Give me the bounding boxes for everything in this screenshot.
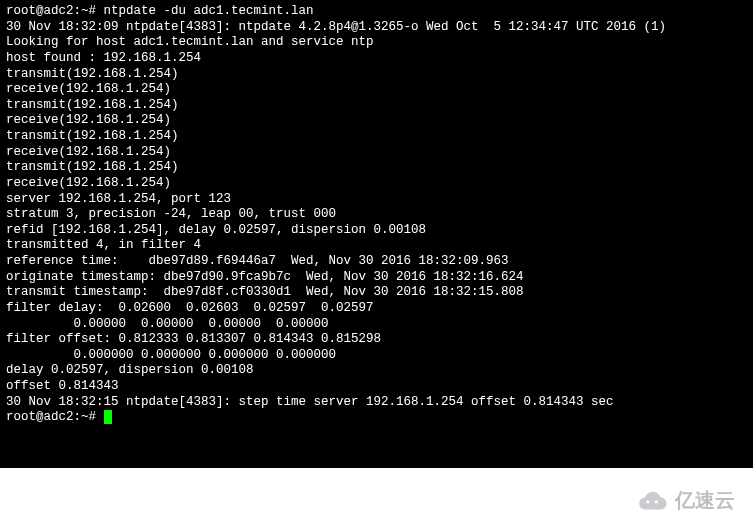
output-line: receive(192.168.1.254) <box>6 176 747 192</box>
terminal-window[interactable]: root@adc2:~# ntpdate -du adc1.tecmint.la… <box>0 0 753 468</box>
output-line: reference time: dbe97d89.f69446a7 Wed, N… <box>6 254 747 270</box>
watermark-text: 亿速云 <box>675 487 735 514</box>
typed-command: ntpdate -du adc1.tecmint.lan <box>104 4 314 18</box>
output-line: receive(192.168.1.254) <box>6 145 747 161</box>
output-line: server 192.168.1.254, port 123 <box>6 192 747 208</box>
command-line: root@adc2:~# ntpdate -du adc1.tecmint.la… <box>6 4 747 20</box>
output-line: delay 0.02597, dispersion 0.00108 <box>6 363 747 379</box>
output-line: receive(192.168.1.254) <box>6 82 747 98</box>
svg-point-1 <box>655 500 658 503</box>
output-line: transmitted 4, in filter 4 <box>6 238 747 254</box>
output-line: receive(192.168.1.254) <box>6 113 747 129</box>
output-line: originate timestamp: dbe97d90.9fca9b7c W… <box>6 270 747 286</box>
output-line: transmit(192.168.1.254) <box>6 67 747 83</box>
prompt-line: root@adc2:~# <box>6 410 747 426</box>
output-line: 0.00000 0.00000 0.00000 0.00000 <box>6 317 747 333</box>
output-line: refid [192.168.1.254], delay 0.02597, di… <box>6 223 747 239</box>
output-line: transmit(192.168.1.254) <box>6 160 747 176</box>
output-line: 0.000000 0.000000 0.000000 0.000000 <box>6 348 747 364</box>
svg-point-0 <box>646 500 649 503</box>
watermark: 亿速云 <box>635 487 735 514</box>
output-line: offset 0.814343 <box>6 379 747 395</box>
shell-prompt: root@adc2:~# <box>6 410 104 424</box>
output-line: filter offset: 0.812333 0.813307 0.81434… <box>6 332 747 348</box>
cloud-icon <box>635 490 669 512</box>
output-line: stratum 3, precision -24, leap 00, trust… <box>6 207 747 223</box>
output-line: transmit timestamp: dbe97d8f.cf0330d1 We… <box>6 285 747 301</box>
output-line: 30 Nov 18:32:09 ntpdate[4383]: ntpdate 4… <box>6 20 747 36</box>
output-line: transmit(192.168.1.254) <box>6 129 747 145</box>
output-line: Looking for host adc1.tecmint.lan and se… <box>6 35 747 51</box>
output-line: filter delay: 0.02600 0.02603 0.02597 0.… <box>6 301 747 317</box>
output-line: transmit(192.168.1.254) <box>6 98 747 114</box>
shell-prompt: root@adc2:~# <box>6 4 104 18</box>
output-line: host found : 192.168.1.254 <box>6 51 747 67</box>
cursor-icon <box>104 410 112 424</box>
output-line: 30 Nov 18:32:15 ntpdate[4383]: step time… <box>6 395 747 411</box>
